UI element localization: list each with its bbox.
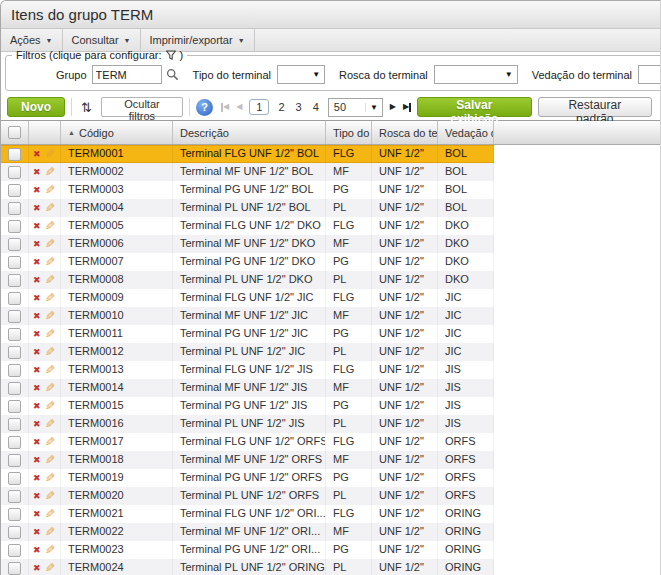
table-row[interactable]: ✖ ✎ TERM0020 Terminal PL UNF 1/2" ORFS P…	[1, 487, 494, 505]
search-icon[interactable]	[166, 68, 179, 81]
delete-icon[interactable]: ✖	[33, 294, 41, 303]
delete-icon[interactable]: ✖	[33, 438, 41, 447]
row-checkbox[interactable]	[8, 238, 21, 251]
edit-icon[interactable]: ✎	[45, 400, 55, 412]
edit-icon[interactable]: ✎	[45, 202, 55, 214]
edit-icon[interactable]: ✎	[45, 148, 55, 160]
edit-icon[interactable]: ✎	[45, 184, 55, 196]
row-checkbox[interactable]	[8, 292, 21, 305]
pager-page-1[interactable]: 1	[249, 99, 269, 115]
delete-icon[interactable]: ✖	[33, 528, 41, 537]
row-checkbox[interactable]	[8, 364, 21, 377]
edit-icon[interactable]: ✎	[45, 526, 55, 538]
table-row[interactable]: ✖ ✎ TERM0012 Terminal PL UNF 1/2" JIC PL…	[1, 343, 494, 361]
edit-icon[interactable]: ✎	[45, 238, 55, 250]
edit-icon[interactable]: ✎	[45, 346, 55, 358]
delete-icon[interactable]: ✖	[33, 402, 41, 411]
table-row[interactable]: ✖ ✎ TERM0009 Terminal FLG UNF 1/2" JIC F…	[1, 289, 494, 307]
row-checkbox[interactable]	[8, 562, 21, 575]
pager-prev-icon[interactable]: ◀	[236, 103, 242, 111]
table-row[interactable]: ✖ ✎ TERM0003 Terminal PG UNF 1/2" BOL PG…	[1, 181, 494, 199]
header-codigo[interactable]: ▲ Código	[61, 121, 173, 144]
table-row[interactable]: ✖ ✎ TERM0019 Terminal PG UNF 1/2" ORFS P…	[1, 469, 494, 487]
row-checkbox[interactable]	[8, 310, 21, 323]
help-icon[interactable]: ?	[196, 99, 213, 116]
header-vedacao[interactable]: Vedação d	[438, 121, 494, 144]
delete-icon[interactable]: ✖	[33, 474, 41, 483]
delete-icon[interactable]: ✖	[33, 222, 41, 231]
row-checkbox[interactable]	[8, 202, 21, 215]
delete-icon[interactable]: ✖	[33, 564, 41, 573]
delete-icon[interactable]: ✖	[33, 546, 41, 555]
pager-next-icon[interactable]: ▶	[390, 103, 396, 111]
save-view-button[interactable]: Salvar exibição	[417, 97, 531, 117]
pager-page-2[interactable]: 2	[276, 101, 286, 113]
filters-legend[interactable]: Filtros (clique para configurar: )	[12, 49, 187, 61]
table-row[interactable]: ✖ ✎ TERM0014 Terminal MF UNF 1/2" JIS MF…	[1, 379, 494, 397]
row-checkbox[interactable]	[8, 148, 21, 161]
row-checkbox[interactable]	[8, 436, 21, 449]
edit-icon[interactable]: ✎	[45, 490, 55, 502]
delete-icon[interactable]: ✖	[33, 312, 41, 321]
table-row[interactable]: ✖ ✎ TERM0006 Terminal MF UNF 1/2" DKO MF…	[1, 235, 494, 253]
delete-icon[interactable]: ✖	[33, 204, 41, 213]
table-row[interactable]: ✖ ✎ TERM0024 Terminal PL UNF 1/2" ORING …	[1, 559, 494, 575]
edit-icon[interactable]: ✎	[45, 328, 55, 340]
table-row[interactable]: ✖ ✎ TERM0021 Terminal FLG UNF 1/2" ORI..…	[1, 505, 494, 523]
edit-icon[interactable]: ✎	[45, 220, 55, 232]
edit-icon[interactable]: ✎	[45, 292, 55, 304]
row-checkbox[interactable]	[8, 454, 21, 467]
pager-first-icon[interactable]: ◀	[221, 103, 229, 112]
new-button[interactable]: Novo	[7, 97, 65, 117]
row-checkbox[interactable]	[8, 544, 21, 557]
row-checkbox[interactable]	[8, 166, 21, 179]
table-row[interactable]: ✖ ✎ TERM0008 Terminal PL UNF 1/2" DKO PL…	[1, 271, 494, 289]
vedacao-terminal-select[interactable]: ▼	[638, 65, 661, 84]
delete-icon[interactable]: ✖	[33, 258, 41, 267]
rosca-terminal-select[interactable]: ▼	[434, 65, 518, 84]
row-checkbox[interactable]	[8, 418, 21, 431]
header-rosca[interactable]: Rosca do ter	[372, 121, 438, 144]
delete-icon[interactable]: ✖	[33, 366, 41, 375]
group-search-input[interactable]	[92, 65, 162, 84]
delete-icon[interactable]: ✖	[33, 186, 41, 195]
row-checkbox[interactable]	[8, 490, 21, 503]
edit-icon[interactable]: ✎	[45, 166, 55, 178]
table-row[interactable]: ✖ ✎ TERM0015 Terminal PG UNF 1/2" JIS PG…	[1, 397, 494, 415]
table-row[interactable]: ✖ ✎ TERM0007 Terminal PG UNF 1/2" DKO PG…	[1, 253, 494, 271]
table-row[interactable]: ✖ ✎ TERM0004 Terminal PL UNF 1/2" BOL PL…	[1, 199, 494, 217]
edit-icon[interactable]: ✎	[45, 418, 55, 430]
row-checkbox[interactable]	[8, 400, 21, 413]
edit-icon[interactable]: ✎	[45, 454, 55, 466]
header-descricao[interactable]: Descrição	[173, 121, 326, 144]
row-checkbox[interactable]	[8, 274, 21, 287]
row-checkbox[interactable]	[8, 472, 21, 485]
row-checkbox[interactable]	[8, 382, 21, 395]
filter-funnel-icon[interactable]	[165, 49, 177, 61]
edit-icon[interactable]: ✎	[45, 364, 55, 376]
select-all-checkbox[interactable]	[8, 126, 21, 139]
table-row[interactable]: ✖ ✎ TERM0017 Terminal FLG UNF 1/2" ORFS …	[1, 433, 494, 451]
header-tipo[interactable]: Tipo do	[326, 121, 372, 144]
table-row[interactable]: ✖ ✎ TERM0018 Terminal MF UNF 1/2" ORFS M…	[1, 451, 494, 469]
table-row[interactable]: ✖ ✎ TERM0002 Terminal MF UNF 1/2" BOL MF…	[1, 163, 494, 181]
delete-icon[interactable]: ✖	[33, 150, 41, 159]
row-checkbox[interactable]	[8, 256, 21, 269]
edit-icon[interactable]: ✎	[45, 274, 55, 286]
hide-filters-button[interactable]: Ocultar filtros	[101, 97, 183, 117]
menu-consultar[interactable]: Consultar ▼	[63, 29, 141, 51]
edit-icon[interactable]: ✎	[45, 436, 55, 448]
table-row[interactable]: ✖ ✎ TERM0001 Terminal FLG UNF 1/2" BOL F…	[1, 145, 494, 163]
delete-icon[interactable]: ✖	[33, 510, 41, 519]
delete-icon[interactable]: ✖	[33, 456, 41, 465]
delete-icon[interactable]: ✖	[33, 348, 41, 357]
row-checkbox[interactable]	[8, 346, 21, 359]
table-row[interactable]: ✖ ✎ TERM0022 Terminal MF UNF 1/2" ORI...…	[1, 523, 494, 541]
table-row[interactable]: ✖ ✎ TERM0013 Terminal FLG UNF 1/2" JIS F…	[1, 361, 494, 379]
tipo-terminal-select[interactable]: ▼	[277, 65, 325, 84]
edit-icon[interactable]: ✎	[45, 310, 55, 322]
edit-icon[interactable]: ✎	[45, 544, 55, 556]
table-row[interactable]: ✖ ✎ TERM0005 Terminal FLG UNF 1/2" DKO F…	[1, 217, 494, 235]
delete-icon[interactable]: ✖	[33, 420, 41, 429]
edit-icon[interactable]: ✎	[45, 256, 55, 268]
